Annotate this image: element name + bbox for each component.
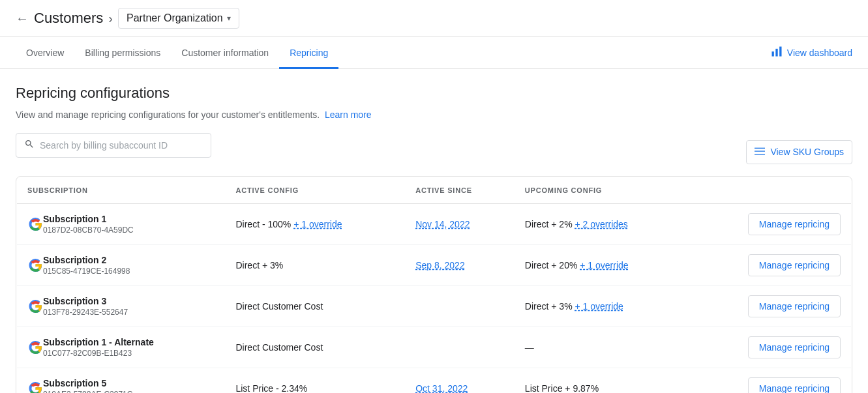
google-cloud-icon — [27, 216, 43, 232]
learn-more-link[interactable]: Learn more — [325, 109, 372, 120]
subscription-id: 010AE2-5788AE-C2971C — [43, 390, 132, 393]
hamburger-icon — [755, 146, 765, 158]
subscription-cell: Subscription 2 015C85-4719CE-164998 — [27, 255, 215, 276]
active-config-cell: List Price - 2.34% — [225, 368, 405, 394]
repricing-table: Subscription Active Config Active Since … — [16, 177, 852, 393]
active-config-cell: Direct Customer Cost — [225, 327, 405, 368]
active-config-value: Direct - 100% — [235, 219, 291, 229]
upcoming-config-cell: Direct + 3% + 1 override — [515, 286, 691, 327]
page-description: View and manage repricing configurations… — [16, 109, 852, 120]
col-active-since: Active Since — [405, 177, 515, 204]
upcoming-config-value: Direct + 3% — [525, 301, 573, 312]
subscription-cell: Subscription 3 013F78-29243E-552647 — [27, 296, 215, 317]
subscription-name: Subscription 1 — [43, 214, 134, 224]
table-row: Subscription 2 015C85-4719CE-164998 Dire… — [17, 245, 852, 286]
search-icon — [24, 139, 35, 152]
table-row: Subscription 1 - Alternate 01C077-82C09B… — [17, 327, 852, 368]
subscription-name: Subscription 3 — [43, 296, 128, 306]
main-content: Repricing configurations View and manage… — [0, 69, 868, 393]
dashboard-icon — [770, 45, 783, 61]
upcoming-config-override-link[interactable]: + 2 overrides — [575, 219, 628, 229]
search-bar — [16, 133, 211, 158]
manage-repricing-button[interactable]: Manage repricing — [748, 336, 841, 358]
subscription-name: Subscription 5 — [43, 378, 132, 388]
manage-repricing-button[interactable]: Manage repricing — [748, 213, 841, 235]
subscription-id: 0187D2-08CB70-4A59DC — [43, 226, 134, 235]
tab-overview[interactable]: Overview — [16, 37, 74, 69]
search-input[interactable] — [40, 140, 203, 151]
active-since-cell — [405, 327, 515, 368]
active-config-override-link[interactable]: + 1 override — [293, 219, 342, 229]
upcoming-config-override-link[interactable]: + 1 override — [575, 301, 623, 312]
back-button[interactable]: ← — [16, 11, 29, 26]
col-actions — [691, 177, 852, 204]
header: ← Customers › Partner Organization ▾ — [0, 0, 868, 37]
active-since-link[interactable]: Nov 14, 2022 — [415, 219, 470, 229]
subscription-cell: Subscription 1 - Alternate 01C077-82C09B… — [27, 337, 215, 358]
svg-rect-4 — [755, 151, 765, 151]
active-config-value: Direct Customer Cost — [235, 342, 323, 353]
table-row: Subscription 3 013F78-29243E-552647 Dire… — [17, 286, 852, 327]
view-dashboard-button[interactable]: View dashboard — [770, 45, 852, 61]
svg-rect-0 — [771, 51, 773, 57]
view-dashboard-label: View dashboard — [787, 48, 852, 58]
upcoming-config-value: Direct + 2% — [525, 219, 573, 229]
tab-billing[interactable]: Billing permissions — [74, 37, 171, 69]
org-dropdown[interactable]: Partner Organization ▾ — [118, 8, 239, 29]
active-since-cell: Nov 14, 2022 — [405, 204, 515, 245]
subscription-id: 01C077-82C09B-E1B423 — [43, 349, 154, 358]
table-row: Subscription 5 010AE2-5788AE-C2971C List… — [17, 368, 852, 394]
upcoming-config-cell: Direct + 20% + 1 override — [515, 245, 691, 286]
upcoming-config-value: — — [525, 342, 534, 353]
view-sku-label: View SKU Groups — [770, 147, 844, 157]
google-cloud-icon — [27, 298, 43, 314]
upcoming-config-value: List Price + 9.87% — [525, 383, 599, 393]
active-config-cell: Direct Customer Cost — [225, 286, 405, 327]
svg-rect-2 — [779, 46, 781, 56]
subscription-id: 013F78-29243E-552647 — [43, 308, 128, 317]
active-config-cell: Direct - 100% + 1 override — [225, 204, 405, 245]
active-since-link[interactable]: Oct 31, 2022 — [415, 383, 468, 393]
tab-customer-info[interactable]: Customer information — [171, 37, 279, 69]
upcoming-config-cell: List Price + 9.87% — [515, 368, 691, 394]
tab-repricing[interactable]: Repricing — [279, 37, 338, 69]
svg-rect-3 — [755, 147, 765, 148]
view-sku-groups-button[interactable]: View SKU Groups — [746, 140, 852, 164]
active-config-cell: Direct + 3% — [225, 245, 405, 286]
google-cloud-icon — [27, 340, 43, 355]
manage-repricing-button[interactable]: Manage repricing — [748, 254, 841, 276]
repricing-table-container: Subscription Active Config Active Since … — [16, 176, 852, 393]
subscription-name: Subscription 1 - Alternate — [43, 337, 154, 347]
subscription-id: 015C85-4719CE-164998 — [43, 267, 130, 276]
manage-repricing-button[interactable]: Manage repricing — [748, 377, 841, 393]
tab-bar: Overview Billing permissions Customer in… — [0, 37, 868, 69]
active-since-cell — [405, 286, 515, 327]
org-name: Partner Organization — [127, 12, 223, 24]
active-config-value: Direct Customer Cost — [235, 301, 323, 312]
dropdown-arrow-icon: ▾ — [227, 14, 231, 23]
subscription-cell: Subscription 5 010AE2-5788AE-C2971C — [27, 378, 215, 393]
svg-rect-5 — [755, 154, 765, 154]
subscription-cell: Subscription 1 0187D2-08CB70-4A59DC — [27, 214, 215, 235]
col-subscription: Subscription — [17, 177, 226, 204]
col-active-config: Active Config — [225, 177, 405, 204]
upcoming-config-cell: — — [515, 327, 691, 368]
svg-rect-1 — [775, 48, 777, 56]
upcoming-config-value: Direct + 20% — [525, 260, 578, 270]
google-cloud-icon — [27, 257, 43, 273]
active-config-value: List Price - 2.34% — [235, 383, 307, 393]
upcoming-config-override-link[interactable]: + 1 override — [580, 260, 628, 270]
active-since-cell: Sep 8, 2022 — [405, 245, 515, 286]
google-cloud-icon — [27, 381, 43, 393]
page-title: Repricing configurations — [16, 85, 852, 102]
upcoming-config-cell: Direct + 2% + 2 overrides — [515, 204, 691, 245]
subscription-name: Subscription 2 — [43, 255, 130, 265]
active-config-value: Direct + 3% — [235, 260, 283, 270]
active-since-link[interactable]: Sep 8, 2022 — [415, 260, 465, 270]
table-row: Subscription 1 0187D2-08CB70-4A59DC Dire… — [17, 204, 852, 245]
search-sku-row: View SKU Groups — [16, 133, 852, 171]
breadcrumb-customers: Customers — [34, 10, 103, 27]
manage-repricing-button[interactable]: Manage repricing — [748, 295, 841, 317]
active-since-cell: Oct 31, 2022 — [405, 368, 515, 394]
col-upcoming-config: Upcoming Config — [515, 177, 691, 204]
